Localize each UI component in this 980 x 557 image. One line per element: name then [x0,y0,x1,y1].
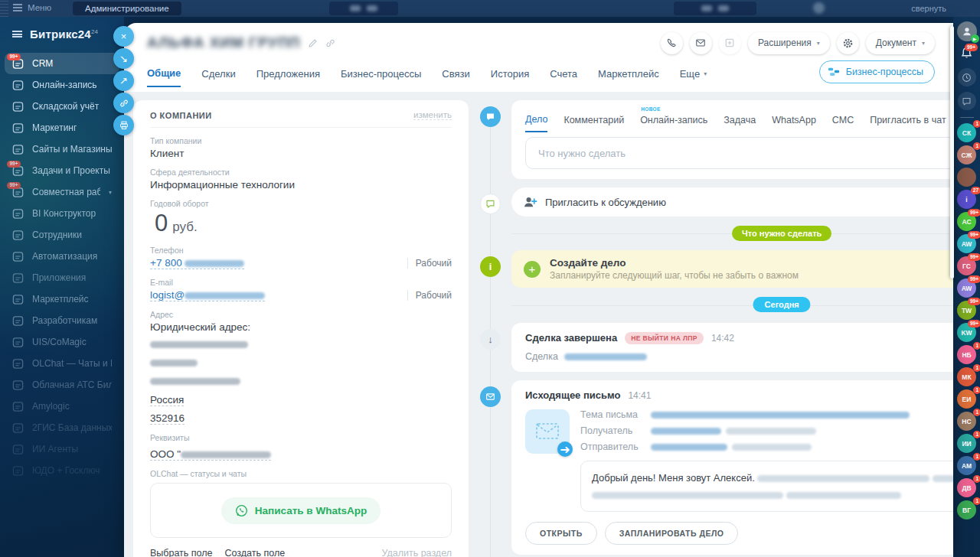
extensions-dropdown[interactable]: Расширения▾ [748,32,830,54]
sidebar-item-olchat[interactable]: OLChat — Чаты и Гр... [5,353,119,374]
delete-section-link[interactable]: Удалить раздел [381,548,452,557]
rail-avatar-ac[interactable]: АС 99+ [957,212,976,231]
timeline-tab-item[interactable]: WhatsApp [772,109,816,132]
sidebar-item-uis-comagic[interactable]: UIS/CoMagic [5,331,119,353]
open-in-new-button[interactable]: ↗ [113,70,134,91]
panel-scrollbar[interactable] [950,26,954,278]
history-clock-icon[interactable] [958,68,976,86]
invite-discussion-button[interactable]: Пригласить к обсуждению [511,187,953,217]
sidebar-item-2gis[interactable]: 2ГИС База данных [5,417,119,438]
rail-avatar-ns[interactable]: НС 1 [957,412,976,431]
rail-avatar-kw[interactable]: KW 99+ [957,323,976,342]
sidebar-item-developers[interactable]: Разработчикам [5,310,119,331]
rail-avatar-vg[interactable]: ВГ 1 [957,500,976,520]
todo-hint-pill[interactable]: Что нужно сделать [732,226,831,241]
tab-item[interactable]: Бизнес-процессы [341,64,421,87]
user-avatar[interactable]: ▶ [957,21,977,41]
timeline-tab-item[interactable]: НОВОЕ Онлайн-запись [640,109,707,132]
sidebar-item-collaboration[interactable]: 99+ Совместная работа ▾ [5,181,119,203]
business-processes-button[interactable]: Бизнес-процессы [819,60,935,83]
rail-avatar-nb[interactable]: НБ 1 [957,345,976,364]
plus-icon[interactable]: + [524,261,541,278]
sidebar-item-marketing[interactable]: Маркетинг [5,117,119,138]
requisites-link[interactable]: ООО " [150,448,271,461]
rail-avatar-am[interactable]: АМ 1 [957,456,976,475]
timeline-tab-item[interactable]: СМС [832,109,854,132]
call-button[interactable] [661,32,683,54]
edit-company-link[interactable]: изменить [413,110,452,120]
tab-item[interactable]: Счета [550,64,577,87]
print-button[interactable] [113,115,134,135]
sidebar-item-apps[interactable]: Приложения [5,267,119,288]
sidebar-item-ai-agents[interactable]: ИИ Агенты [5,438,119,460]
sidebar-item-amylogic[interactable]: Amylogic [5,396,119,417]
tab-item[interactable]: История [491,64,529,87]
brand-logo[interactable]: Битрикс2424 [30,28,98,41]
sidebar-item-cloud-ats[interactable]: Облачная АТС Била... [5,374,119,396]
rail-avatar-sk[interactable]: СК 1 [957,123,976,142]
edit-title-icon[interactable] [308,38,318,48]
choose-field-link[interactable]: Выбрать поле [150,548,213,557]
sidebar-item-employees[interactable]: Сотрудники [5,224,119,246]
tab-item[interactable]: Предложения [256,64,320,87]
rail-avatar-photo[interactable] [957,168,976,187]
sender-redacted[interactable] [651,444,727,451]
rail-avatar-tw[interactable]: TW 99+ [957,301,976,320]
sidebar-item-marketplace[interactable]: Маркетплейс [5,288,119,310]
todo-input[interactable] [537,147,953,160]
rail-avatar-aw2[interactable]: AW 99+ [957,278,976,298]
sidebar-item-sites-stores[interactable]: Сайты и Магазины [5,138,119,160]
address-zip[interactable]: 352916 [150,412,185,425]
email-type-tag[interactable]: Рабочий [407,290,452,301]
email-message-preview[interactable]: Добрый день! Меня зовут Алексей. [580,461,953,512]
sidebar-item-bi-builder[interactable]: BI Конструктор [5,203,119,224]
timeline-tab-item[interactable]: Комментарий [564,109,624,132]
open-button[interactable]: ОТКРЫТЬ [525,522,597,545]
collapse-link[interactable]: свернуть [911,4,946,13]
recipient-redacted[interactable] [651,428,721,435]
timeline-tab-item[interactable]: Задача [724,109,756,132]
rail-avatar-ei[interactable]: ЕИ 1 [957,389,976,409]
sidebar-item-tasks-projects[interactable]: 99+ Задачи и Проекты [5,160,119,181]
tab-item[interactable]: Маркетплейс [598,64,659,87]
chat-icon[interactable] [958,92,976,110]
notifications-bell-icon[interactable]: 99+ [960,47,973,63]
sidebar-item-automation[interactable]: Автоматизация [5,246,119,267]
link-icon[interactable] [325,38,335,48]
settings-gear-button[interactable] [837,32,859,54]
rail-avatar-ii[interactable]: ИИ 1 [957,434,976,453]
sidebar-burger-icon[interactable] [12,31,22,37]
minimize-button[interactable]: ↘ [113,48,134,69]
document-dropdown[interactable]: Документ▾ [866,32,935,54]
rail-avatar-aw1[interactable]: AW 99+ [957,234,976,253]
tab-blurred-1[interactable] [329,2,398,15]
close-button[interactable]: × [113,26,134,47]
tab-item[interactable]: Связи [442,64,469,87]
top-menu-label[interactable]: Меню [28,3,51,12]
menu-icon[interactable] [13,4,22,11]
rail-avatar-info[interactable]: i 27 [957,190,976,209]
create-activity-banner[interactable]: + Создайте дело Запланируйте следующий ш… [511,250,953,288]
tab-item[interactable]: Сделки [201,64,235,87]
timeline-tab-item[interactable]: Пригласить в чат [870,109,946,132]
deal-link-redacted[interactable] [564,353,647,360]
tab-item[interactable]: Общие [147,64,181,87]
rail-avatar-szh[interactable]: СЖ 1 [957,145,976,164]
address-country[interactable]: Россия [150,394,184,406]
phone-type-tag[interactable]: Рабочий [407,258,452,269]
tab-administration[interactable]: Администрирование [73,2,181,15]
copy-link-button[interactable] [113,93,134,113]
plan-activity-button[interactable]: ЗАПЛАНИРОВАТЬ ДЕЛО [605,522,739,545]
email-link[interactable]: logist@ [150,289,265,301]
create-field-link[interactable]: Создать поле [225,548,286,557]
tab-item[interactable]: Еще ▾ [680,64,707,87]
sidebar-item-yudo-goskey[interactable]: ЮДО + Госключ [5,460,119,481]
sidebar-item-crm[interactable]: 99+ CRM [5,53,119,74]
today-pill[interactable]: Сегодня [753,297,811,312]
timeline-tab-item[interactable]: Дело [525,109,547,132]
feedback-button[interactable] [719,32,741,54]
whatsapp-button[interactable]: Написать в WhatsApp [221,497,381,524]
email-button[interactable] [690,32,712,54]
rail-avatar-dv[interactable]: ДВ 1 [957,478,976,497]
rail-avatar-gs[interactable]: ГС 99+ [957,256,976,275]
